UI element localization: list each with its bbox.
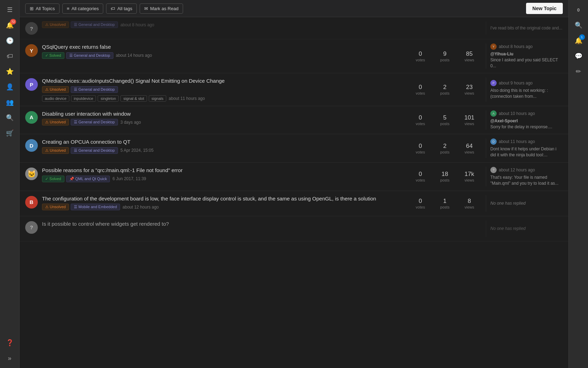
last-reply: A about 10 hours ago @Axel-SpoerlSorry f… (486, 110, 563, 130)
all-categories-button[interactable]: ≡ All categories (62, 4, 104, 14)
votes-stat: 0 votes (408, 141, 433, 156)
votes-label: votes (416, 122, 425, 126)
topic-body: Disabling user interaction with window ⚠… (42, 110, 404, 130)
bell-badge: 1 (579, 34, 585, 40)
new-topic-label: New Topic (532, 6, 556, 11)
new-topic-button[interactable]: New Topic (526, 3, 563, 14)
last-preview-text: @Yihua-LiuSince I asked and you said SEL… (490, 51, 563, 69)
last-preview-text: Dont know if it helps under Debian i did… (490, 146, 563, 158)
posts-label: posts (440, 205, 449, 209)
votes-stat: 0 votes (408, 169, 433, 184)
notification-count-badge: 72 (10, 19, 16, 25)
compose-right-icon[interactable]: ✏ (572, 64, 586, 79)
votes-stat: 0 votes (408, 113, 433, 127)
posts-label: posts (440, 91, 449, 95)
right-sidebar: 0 🔍 🔔 1 💬 ✏ (568, 0, 588, 368)
users-icon[interactable]: 👤 (3, 80, 17, 94)
topic-meta: ✓ Solved ☰ General and Desktop about 14 … (42, 52, 404, 59)
search-right-icon[interactable]: 🔍 (572, 18, 586, 32)
last-reply-avatar: D (490, 138, 497, 145)
topic-title[interactable]: Possible reasons for a "qrc:/main.qml:-1… (42, 167, 404, 174)
votes-stat: 0 votes (408, 196, 433, 211)
chat-right-icon[interactable]: 💬 (572, 49, 586, 63)
no-reply-text: No one has replied (490, 201, 563, 206)
all-tags-button[interactable]: 🏷 All tags (106, 4, 137, 14)
search-icon[interactable]: 🔍 (3, 111, 17, 125)
posts-value: 18 (442, 171, 448, 178)
table-row: D Creating an OPCUA connection to QT ⚠ U… (20, 134, 568, 163)
views-stat: 8 views (457, 196, 482, 211)
avatar: A (25, 111, 38, 124)
last-preview-text: I've read bits of the original code and.… (490, 25, 563, 31)
votes-value: 0 (419, 143, 422, 150)
topic-title[interactable]: QSqlQuery exec returns false (42, 43, 404, 50)
tag-inputdevice[interactable]: inputdevice (71, 95, 96, 102)
cart-icon[interactable]: 🛒 (3, 126, 17, 140)
topic-meta: ⚠ Unsolved ☰ General and Desktop (42, 86, 404, 93)
topic-body: QMediaDevices::audioInputsChanged() Sign… (42, 77, 404, 102)
tag-signal-slot[interactable]: signal & slot (120, 95, 147, 102)
topic-time: about 11 hours ago (169, 96, 205, 101)
votes-stat (408, 27, 433, 29)
recent-icon[interactable]: 🕒 (3, 34, 17, 48)
views-stat: 85 views (457, 49, 482, 63)
votes-label: votes (416, 150, 425, 154)
all-topics-label: All Topics (36, 6, 55, 11)
tag-singleton[interactable]: singleton (98, 95, 119, 102)
views-stat: 17k views (457, 169, 482, 184)
topic-body: Possible reasons for a "qrc:/main.qml:-1… (42, 167, 404, 186)
topic-stats: 0 votes 18 posts 17k views (408, 167, 482, 186)
tag-signals[interactable]: signals (149, 95, 166, 102)
topic-body: The configuration of the development boa… (42, 195, 404, 212)
filter-icon: ⊞ (30, 6, 34, 11)
topic-body: ⚠ Unsolved ☰ General and Desktop about 8… (42, 21, 404, 35)
topic-time: 6 Jun 2017, 11:39 (112, 176, 146, 181)
posts-stat: 2 posts (433, 82, 457, 97)
posts-stat: 18 posts (433, 169, 457, 184)
table-row: P QMediaDevices::audioInputsChanged() Si… (20, 73, 568, 106)
mark-as-read-button[interactable]: ✉ Mark as Read (140, 4, 183, 14)
bookmarks-icon[interactable]: ⭐ (3, 64, 17, 79)
table-row: Y QSqlQuery exec returns false ✓ Solved … (20, 39, 568, 73)
last-reply-time: A about 10 hours ago (490, 110, 563, 117)
topic-title[interactable]: Creating an OPCUA connection to QT (42, 138, 404, 145)
topic-stats (408, 21, 482, 35)
status-badge: ⚠ Unsolved (42, 119, 69, 125)
views-label: views (464, 150, 474, 154)
tags-icon[interactable]: 🏷 (3, 49, 17, 63)
all-tags-label: All tags (117, 6, 132, 11)
topic-list: ? ⚠ Unsolved ☰ General and Desktop about… (20, 17, 568, 368)
topic-title[interactable]: QMediaDevices::audioInputsChanged() Sign… (42, 77, 404, 84)
bell-right-icon[interactable]: 🔔 1 (572, 34, 586, 48)
tag-audio-device[interactable]: audio device (42, 95, 69, 102)
table-row: B The configuration of the development b… (20, 191, 568, 216)
help-icon[interactable]: ❓ (3, 336, 17, 350)
last-reply-avatar: ? (490, 167, 497, 173)
posts-label: posts (440, 150, 449, 154)
status-badge: ⚠ Unsolved (42, 204, 69, 210)
topic-title[interactable]: The configuration of the development boa… (42, 195, 404, 202)
topic-stats: 0 votes 9 posts 85 views (408, 43, 482, 69)
topic-meta: ⚠ Unsolved ☰ General and Desktop 3 days … (42, 119, 404, 125)
votes-stat (408, 227, 433, 230)
votes-stat: 0 votes (408, 49, 433, 63)
last-reply: Y about 8 hours ago @Yihua-LiuSince I as… (486, 43, 563, 69)
topic-title[interactable]: Disabling user interaction with window (42, 110, 404, 117)
views-stat: 101 views (457, 113, 482, 127)
posts-value: 2 (443, 143, 446, 150)
views-value: 85 (466, 50, 473, 57)
views-label: views (464, 58, 474, 62)
menu-icon[interactable]: ☰ (3, 3, 17, 17)
avatar: D (25, 139, 38, 152)
posts-value: 2 (443, 84, 446, 91)
views-label: views (464, 178, 474, 182)
notification-badge-icon[interactable]: 🔔 72 (3, 18, 17, 32)
all-topics-button[interactable]: ⊞ All Topics (25, 4, 59, 14)
topic-title[interactable]: Is it possible to control where widgets … (42, 220, 404, 227)
expand-sidebar-icon[interactable]: » (3, 351, 17, 365)
toolbar: ⊞ All Topics ≡ All categories 🏷 All tags… (20, 0, 568, 17)
last-preview-text: @Axel-SpoerlSorry for the delay in respo… (490, 118, 563, 130)
groups-icon[interactable]: 👥 (3, 95, 17, 109)
category-badge: 📌 QML and Qt Quick (66, 176, 110, 182)
category-badge: ☰ Mobile and Embedded (71, 204, 120, 210)
